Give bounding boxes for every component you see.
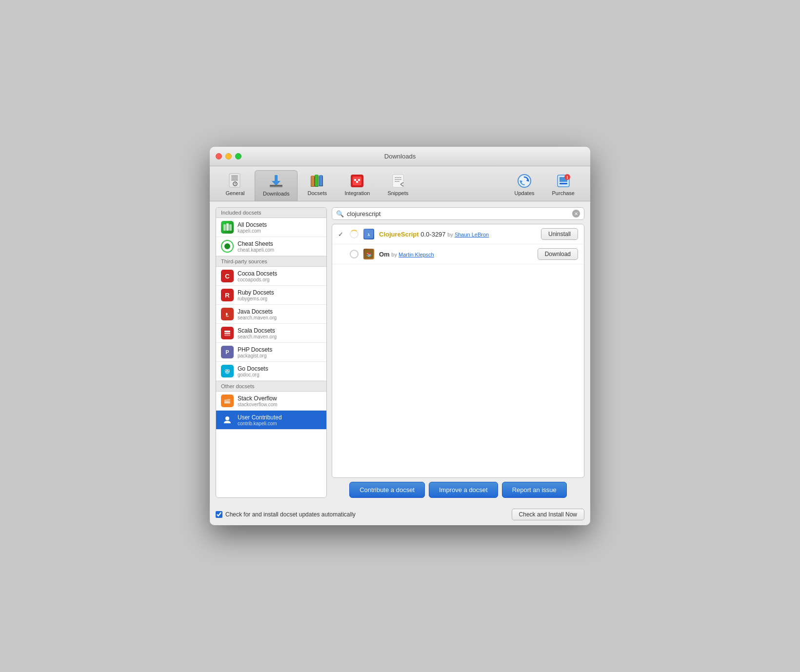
svg-text:λ: λ [368, 233, 370, 237]
om-icon: 📚 [363, 249, 374, 259]
sidebar-item-java[interactable]: Java Docsets search.maven.org [216, 305, 326, 324]
svg-rect-41 [224, 335, 230, 336]
svg-rect-16 [320, 175, 322, 186]
sidebar-item-user-contributed[interactable]: User Contributed contrib.kapeli.com [216, 411, 326, 430]
svg-rect-20 [358, 179, 360, 181]
purchase-icon: ! [556, 173, 571, 189]
traffic-lights [216, 153, 241, 159]
svg-rect-38 [229, 224, 232, 231]
search-icon: 🔍 [336, 210, 344, 217]
auto-update-label[interactable]: Check for and install docset updates aut… [216, 511, 356, 518]
svg-point-6 [235, 184, 236, 185]
all-docsets-name: All Docsets [238, 221, 267, 228]
svg-point-50 [225, 416, 229, 420]
titlebar: Downloads [210, 147, 590, 166]
svg-rect-36 [223, 224, 226, 231]
sidebar-item-ruby[interactable]: R Ruby Docsets rubygems.org [216, 286, 326, 305]
java-name: Java Docsets [238, 308, 277, 315]
auto-update-checkbox[interactable] [216, 511, 222, 518]
check-install-now-button[interactable]: Check and Install Now [512, 509, 584, 520]
svg-rect-3 [231, 179, 238, 180]
minimize-button[interactable] [225, 153, 232, 159]
sidebar: Included docsets All Docsets kapeli.com [216, 207, 327, 498]
go-sub: godoc.org [238, 372, 268, 377]
sidebar-item-scala[interactable]: Scala Docsets search.maven.org [216, 324, 326, 343]
java-sub: search.maven.org [238, 315, 277, 320]
toolbar-updates-label: Updates [515, 190, 535, 196]
general-icon [227, 173, 243, 189]
main-panel: 🔍 ✕ ✓ λ [332, 207, 584, 498]
search-input[interactable] [347, 210, 569, 217]
contribute-docset-button[interactable]: Contribute a docset [349, 482, 425, 498]
search-clear-button[interactable]: ✕ [572, 210, 580, 217]
toolbar-item-downloads[interactable]: Downloads [255, 170, 298, 201]
toolbar-purchase-label: Purchase [552, 190, 575, 196]
cheat-sheets-sub: cheat.kapeli.com [238, 247, 274, 253]
toolbar-downloads-label: Downloads [263, 191, 289, 197]
toolbar-item-purchase[interactable]: ! Purchase [544, 170, 582, 201]
check-mark: ✓ [338, 231, 345, 237]
auto-update-text: Check for and install docset updates aut… [225, 511, 356, 518]
sidebar-item-cocoa[interactable]: C Cocoa Docsets cocoapods.org [216, 267, 326, 286]
download-button[interactable]: Download [538, 248, 578, 260]
svg-rect-12 [311, 176, 314, 186]
ruby-icon: R [221, 289, 234, 301]
om-author-link[interactable]: Martin Klepsch [399, 252, 434, 257]
stackoverflow-name: Stack Overflow [238, 395, 278, 402]
ruby-name: Ruby Docsets [238, 289, 274, 296]
toolbar-item-snippets[interactable]: Snippets [380, 170, 416, 201]
download-action: Download [538, 248, 578, 260]
maximize-button[interactable] [235, 153, 241, 159]
cocoa-name: Cocoa Docsets [238, 270, 277, 277]
toolbar-integration-label: Integration [344, 190, 370, 196]
svg-rect-40 [224, 333, 230, 334]
user-contributed-sub: contrib.kapeli.com [238, 421, 282, 426]
toolbar-docsets-label: Docsets [308, 190, 327, 196]
cheat-sheets-text: Cheat Sheets cheat.kapeli.com [238, 240, 274, 253]
sidebar-item-stackoverflow[interactable]: Stack Overflow stackoverflow.com [216, 392, 326, 411]
svg-rect-37 [226, 223, 229, 231]
cocoa-sub: cocoapods.org [238, 277, 277, 282]
clojurescript-info: ClojureScript 0.0-3297 by Shaun LeBron [379, 230, 536, 238]
table-row: ✓ 📚 Om by Martin Klepsch [332, 244, 584, 264]
svg-rect-33 [560, 183, 567, 184]
all-docsets-text: All Docsets kapeli.com [238, 221, 267, 234]
svg-rect-14 [315, 175, 318, 186]
main-window: Downloads General [210, 147, 590, 525]
toolbar-item-updates[interactable]: Updates [507, 170, 542, 201]
search-bar: 🔍 ✕ [332, 207, 584, 220]
sidebar-item-all-docsets[interactable]: All Docsets kapeli.com [216, 218, 326, 237]
sidebar-item-php[interactable]: P PHP Docsets packagist.org [216, 343, 326, 362]
report-issue-button[interactable]: Report an issue [502, 482, 567, 498]
clojurescript-name: ClojureScript 0.0-3297 by Shaun LeBron [379, 231, 489, 238]
check-placeholder: ✓ [338, 251, 345, 257]
table-row: ✓ λ ClojureScript 0.0-3297 by Shaun LeBr… [332, 224, 584, 244]
uninstall-button[interactable]: Uninstall [541, 228, 578, 240]
docset-list: ✓ λ ClojureScript 0.0-3297 by Shaun LeBr… [332, 224, 584, 478]
svg-rect-1 [231, 176, 238, 177]
all-docsets-icon [221, 221, 234, 234]
stackoverflow-sub: stackoverflow.com [238, 402, 278, 407]
downloads-icon [268, 174, 284, 189]
svg-rect-48 [224, 400, 230, 402]
sidebar-section-other: Other docsets [216, 381, 326, 392]
close-button[interactable] [216, 153, 222, 159]
php-sub: packagist.org [238, 353, 272, 358]
improve-docset-button[interactable]: Improve a docset [429, 482, 498, 498]
window-title: Downloads [384, 153, 416, 160]
sidebar-item-go[interactable]: Go Docsets godoc.org [216, 362, 326, 381]
snippets-icon [390, 173, 406, 189]
toolbar: General Downloads [210, 166, 590, 201]
content-area: Included docsets All Docsets kapeli.com [210, 201, 590, 504]
clojurescript-author-link[interactable]: Shaun LeBron [455, 232, 489, 237]
uninstall-action: Uninstall [541, 228, 578, 240]
toolbar-item-general[interactable]: General [218, 170, 253, 201]
svg-point-45 [225, 370, 226, 371]
toolbar-item-integration[interactable]: Integration [337, 170, 378, 201]
sidebar-section-thirdparty: Third-party sources [216, 256, 326, 267]
loading-indicator [350, 230, 359, 238]
sidebar-item-cheat-sheets[interactable]: Cheat Sheets cheat.kapeli.com [216, 237, 326, 256]
toolbar-item-docsets[interactable]: Docsets [300, 170, 335, 201]
svg-rect-21 [356, 181, 358, 183]
user-contributed-name: User Contributed [238, 414, 282, 421]
